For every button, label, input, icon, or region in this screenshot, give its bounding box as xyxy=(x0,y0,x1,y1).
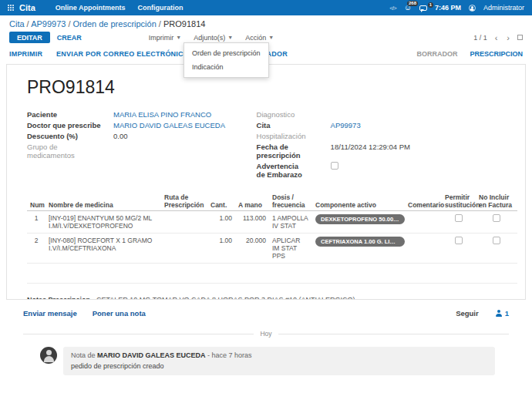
noinvoice-checkbox[interactable] xyxy=(493,237,500,244)
field-value-descuento: 0.00 xyxy=(113,132,128,140)
cell-dose: APLICAR IM STAT PPS xyxy=(269,234,312,264)
col-header-route[interactable]: Ruta de Prescripción xyxy=(161,192,207,211)
print-dropdown[interactable]: Imprimir ▼ xyxy=(149,34,181,42)
status-prescription[interactable]: PRESCRIPCION xyxy=(470,50,523,58)
cell-qty: 1.00 xyxy=(207,234,235,264)
pager-counter: 1 / 1 xyxy=(473,34,487,42)
field-label-doctor: Doctor que prescribe xyxy=(27,121,113,129)
cell-medicine-name: [INY-080] ROCEFORT X 1 GRAMO I.V/I.M/CEF… xyxy=(45,234,161,264)
messages-icon[interactable]: 1 xyxy=(419,5,427,11)
noinvoice-checkbox[interactable] xyxy=(493,214,500,222)
field-value-paciente[interactable]: MARIA ELISA PINO FRANCO xyxy=(113,110,211,119)
field-label-grupo: Grupo de medicamentos xyxy=(27,143,93,160)
breadcrumb-appointment[interactable]: AP99973 xyxy=(31,19,72,29)
field-label-fecha: Fecha de prescripción xyxy=(257,143,331,160)
cell-route xyxy=(161,234,207,264)
substitution-checkbox[interactable] xyxy=(455,237,463,244)
print-dropdown-menu: Orden de prescripción Indicación xyxy=(184,42,269,78)
message-body: pedido de prescripción creado xyxy=(71,362,487,370)
cell-onhand: 113.000 xyxy=(235,211,269,234)
col-header-name[interactable]: Nombre de medicina xyxy=(45,192,161,211)
table-row[interactable]: 2 [INY-080] ROCEFORT X 1 GRAMO I.V/I.M/C… xyxy=(27,234,517,264)
cell-qty: 1.00 xyxy=(207,211,235,234)
col-header-comment[interactable]: Comentario xyxy=(405,192,442,211)
activities-icon[interactable]: ☺ 268 xyxy=(404,4,412,12)
control-panel: EDITAR CREAR Imprimir ▼ Adjunto(s) ▼ Acc… xyxy=(0,30,532,47)
app-name[interactable]: Cita xyxy=(19,3,35,12)
field-value-cita[interactable]: AP99973 xyxy=(331,121,361,129)
pregnancy-warning-checkbox[interactable] xyxy=(331,162,338,170)
field-label-advertencia: Advertencia de Embarazo xyxy=(257,162,311,179)
field-label-diagnostico: Diagnostico xyxy=(257,110,331,119)
pager-previous-icon[interactable]: ‹ xyxy=(493,33,500,42)
action-dropdown[interactable]: Acción ▼ xyxy=(245,34,274,42)
followers-button[interactable]: 1 xyxy=(496,309,509,318)
form-sheet: PRO91814 Paciente MARIA ELISA PINO FRANC… xyxy=(6,64,526,300)
expand-icon[interactable] xyxy=(517,35,523,40)
message-timestamp: - hace 7 horas xyxy=(207,351,252,359)
field-label-cita: Cita xyxy=(257,121,331,129)
substitution-checkbox[interactable] xyxy=(455,214,463,222)
user-menu[interactable]: Administrator xyxy=(483,4,524,12)
send-email-button[interactable]: ENVIAR POR CORREO ELECTRÓNICO xyxy=(56,50,189,58)
table-row[interactable]: 1 [INY-019] ENANTYUM 50 MG/2 ML I.M/I.V/… xyxy=(27,211,517,234)
medicine-lines-table: Num Nombre de medicina Ruta de Prescripc… xyxy=(27,192,517,284)
col-header-component[interactable]: Componente activo xyxy=(312,192,405,211)
caret-down-icon: ▼ xyxy=(227,35,233,40)
breadcrumb-prescription-order[interactable]: Orden de prescripción xyxy=(73,19,163,29)
col-header-qty[interactable]: Cant. xyxy=(207,192,235,211)
field-label-descuento: Descuento (%) xyxy=(27,132,113,140)
cell-dose: 1 AMPOLLA IV STAT xyxy=(269,211,312,234)
message-header: Nota de MARIO DAVID GALEAS EUCEDA - hace… xyxy=(71,351,487,359)
status-draft[interactable]: BORRADOR xyxy=(416,50,457,58)
chatter-message: Nota de MARIO DAVID GALEAS EUCEDA - hace… xyxy=(40,347,495,375)
top-navbar: Cita Online Appointments Configuration <… xyxy=(0,0,532,15)
cell-onhand: 20.000 xyxy=(235,234,269,264)
col-header-substitution[interactable]: Permitir sustitución xyxy=(442,192,476,211)
author-avatar[interactable] xyxy=(40,347,57,364)
field-value-doctor[interactable]: MARIO DAVID GALEAS EUCEDA xyxy=(113,121,225,129)
breadcrumb-current: PRO91814 xyxy=(163,19,205,29)
message-author[interactable]: MARIO DAVID GALEAS EUCEDA xyxy=(97,351,205,359)
follow-button[interactable]: Seguir xyxy=(456,309,479,318)
messages-badge: 1 xyxy=(428,2,433,8)
log-note-button[interactable]: Poner una nota xyxy=(93,309,146,318)
send-message-button[interactable]: Enviar mensaje xyxy=(23,309,77,318)
col-header-onhand[interactable]: A mano xyxy=(235,192,269,211)
active-component-badge: DEXKETOPROFENO 50.00 MG xyxy=(315,214,405,224)
menu-item-prescription-order[interactable]: Orden de prescripción xyxy=(184,46,268,60)
cell-num: 1 xyxy=(27,211,45,234)
cell-route xyxy=(161,211,207,234)
attachments-dropdown[interactable]: Adjunto(s) ▼ xyxy=(194,34,233,42)
cell-comment xyxy=(405,234,442,264)
activities-badge: 268 xyxy=(407,1,418,6)
chatter: Enviar mensaje Poner una nota Seguir 1 H… xyxy=(0,300,532,375)
cell-medicine-name: [INY-019] ENANTYUM 50 MG/2 ML I.M/I.V/DE… xyxy=(45,211,161,234)
create-button[interactable]: CREAR xyxy=(50,32,89,43)
menu-configuration[interactable]: Configuration xyxy=(131,4,189,12)
col-header-num[interactable]: Num xyxy=(27,192,45,211)
menu-online-appointments[interactable]: Online Appointments xyxy=(49,4,132,12)
cell-comment xyxy=(405,211,442,234)
field-value-fecha: 18/11/2024 12:29:04 PM xyxy=(331,143,410,160)
field-label-paciente: Paciente xyxy=(27,110,113,119)
col-header-dose[interactable]: Dosis / frecuencia xyxy=(269,192,312,211)
cell-num: 2 xyxy=(27,234,45,264)
apps-grid-icon[interactable] xyxy=(8,5,14,11)
breadcrumb-cita[interactable]: Cita xyxy=(9,19,31,29)
follower-icon xyxy=(496,310,503,317)
print-action-button[interactable]: IMPRIMIR xyxy=(9,50,42,58)
active-component-badge: CEFTRIAXONA 1.00 G. LIDOCAINA ... xyxy=(315,237,405,247)
edit-button[interactable]: EDITAR xyxy=(9,32,50,43)
record-title: PRO91814 xyxy=(27,77,505,98)
caret-down-icon: ▼ xyxy=(268,35,274,40)
clock: 7:46 PM xyxy=(435,4,461,12)
col-header-noinvoice[interactable]: No Incluir en Factura xyxy=(476,192,517,211)
debug-icon[interactable]: </> xyxy=(389,5,396,12)
user-avatar-icon[interactable] xyxy=(469,5,476,12)
menu-item-indication[interactable]: Indicación xyxy=(184,60,268,74)
breadcrumb: Cita AP99973 Orden de prescripción PRO91… xyxy=(0,15,532,30)
empty-line-row xyxy=(27,264,517,284)
date-divider: Hoy xyxy=(23,330,509,338)
pager-next-icon[interactable]: › xyxy=(505,33,511,42)
